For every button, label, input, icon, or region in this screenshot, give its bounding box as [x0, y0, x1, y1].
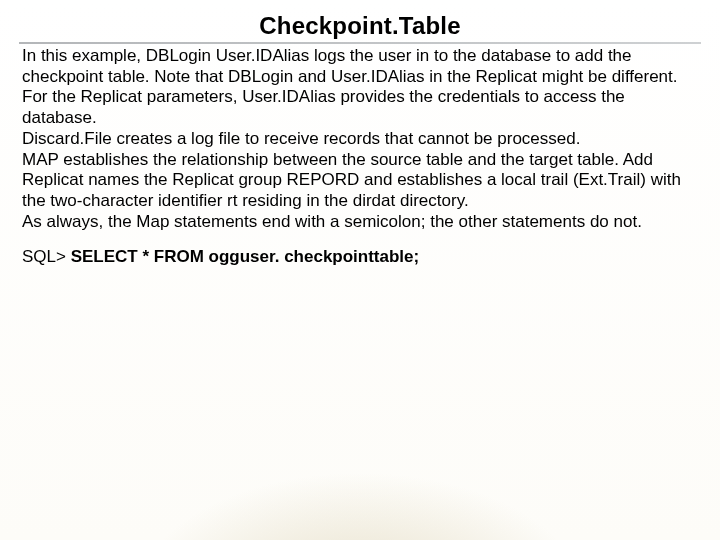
paragraph-3: MAP establishes the relationship between…: [22, 150, 700, 212]
slide-body: In this example, DBLogin User.IDAlias lo…: [0, 44, 720, 267]
slide-title: Checkpoint.Table: [0, 0, 720, 40]
sql-prompt: SQL>: [22, 247, 71, 266]
sql-line: SQL> SELECT * FROM ogguser. checkpointta…: [22, 247, 700, 268]
spacer: [22, 233, 700, 247]
paragraph-1: In this example, DBLogin User.IDAlias lo…: [22, 46, 700, 129]
title-underline: [19, 42, 701, 44]
paragraph-2: Discard.File creates a log file to recei…: [22, 129, 700, 150]
slide: Checkpoint.Table In this example, DBLogi…: [0, 0, 720, 540]
paragraph-4: As always, the Map statements end with a…: [22, 212, 700, 233]
sql-statement: SELECT * FROM ogguser. checkpointtable;: [71, 247, 420, 266]
